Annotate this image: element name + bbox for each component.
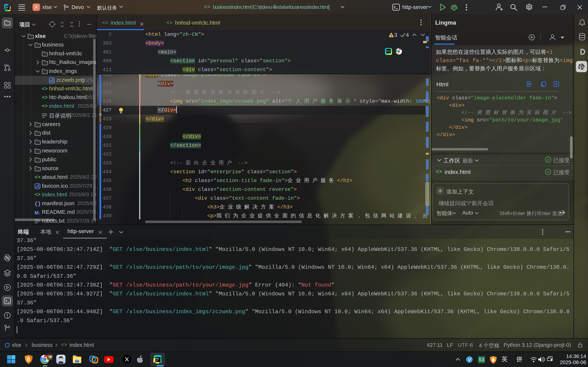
svg-text:PC: PC xyxy=(6,6,9,8)
svg-text:PC: PC xyxy=(156,358,159,360)
